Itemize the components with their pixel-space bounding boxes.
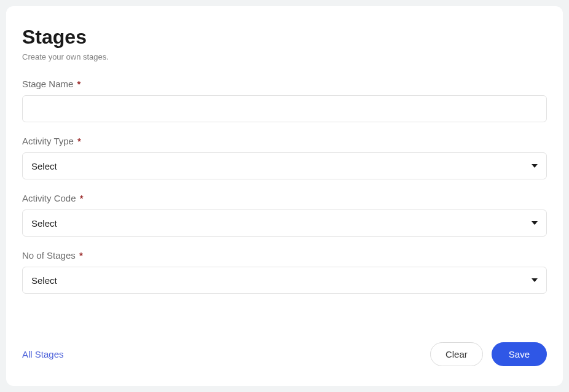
stage-name-group: Stage Name * <box>22 79 547 122</box>
spacer <box>22 307 547 330</box>
clear-button[interactable]: Clear <box>430 342 483 366</box>
select-value: Select <box>31 275 532 286</box>
stage-name-label: Stage Name * <box>22 79 547 89</box>
page-title: Stages <box>22 26 547 49</box>
label-text: Activity Type <box>22 136 74 146</box>
required-marker: * <box>79 250 83 261</box>
caret-down-icon <box>532 164 538 168</box>
activity-code-label: Activity Code * <box>22 193 547 203</box>
activity-code-select[interactable]: Select <box>22 210 547 237</box>
card-footer: All Stages Clear Save <box>22 342 547 366</box>
all-stages-link[interactable]: All Stages <box>22 349 64 359</box>
label-text: No of Stages <box>22 250 76 261</box>
no-of-stages-select[interactable]: Select <box>22 267 547 294</box>
label-text: Activity Code <box>22 193 76 203</box>
select-value: Select <box>31 218 532 229</box>
save-button[interactable]: Save <box>492 342 547 366</box>
no-of-stages-label: No of Stages * <box>22 250 547 261</box>
caret-down-icon <box>532 221 538 225</box>
required-marker: * <box>77 136 81 146</box>
button-group: Clear Save <box>430 342 547 366</box>
activity-type-group: Activity Type * Select <box>22 136 547 179</box>
stage-name-input[interactable] <box>22 95 547 122</box>
no-of-stages-group: No of Stages * Select <box>22 250 547 294</box>
activity-code-group: Activity Code * Select <box>22 193 547 237</box>
caret-down-icon <box>532 278 538 282</box>
select-value: Select <box>31 161 532 171</box>
required-marker: * <box>77 79 81 89</box>
activity-type-label: Activity Type * <box>22 136 547 146</box>
stages-card: Stages Create your own stages. Stage Nam… <box>6 6 563 386</box>
required-marker: * <box>80 193 84 203</box>
label-text: Stage Name <box>22 79 73 89</box>
activity-type-select[interactable]: Select <box>22 152 547 179</box>
card-header: Stages Create your own stages. <box>22 26 547 61</box>
page-subtitle: Create your own stages. <box>22 52 547 61</box>
